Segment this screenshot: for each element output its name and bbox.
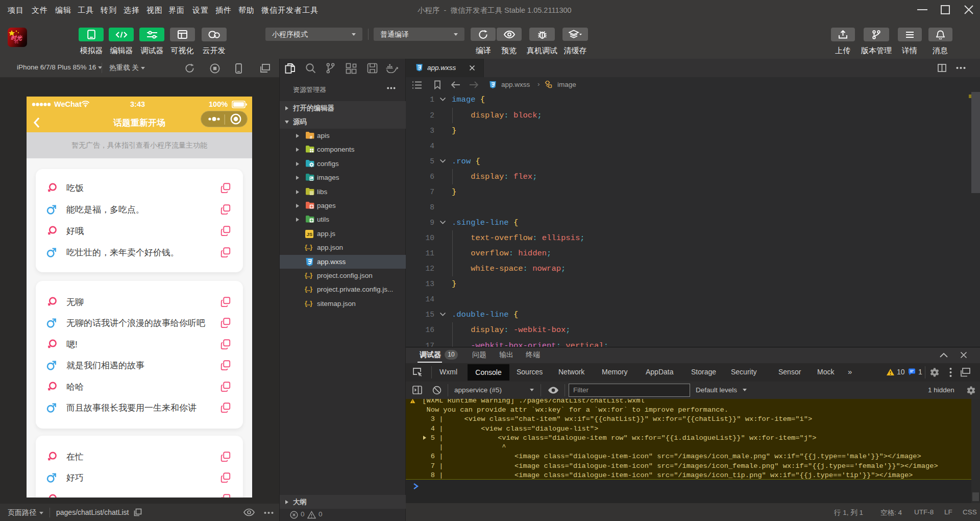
svg-text:JS: JS [307,231,313,237]
svg-text:#: # [310,135,312,140]
svg-text:机: 机 [14,39,19,44]
